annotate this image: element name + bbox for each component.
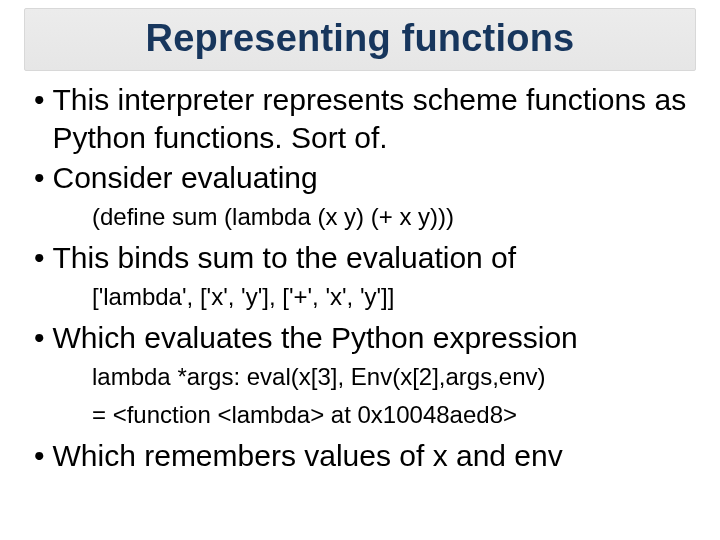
sub-item: lambda *args: eval(x[3], Env(x[2],args,e… [92,361,692,393]
sub-item: ['lambda', ['x', 'y'], ['+', 'x', 'y']] [92,281,692,313]
bullet-item: • Consider evaluating [34,159,692,197]
sub-item: = <function <lambda> at 0x10048aed8> [92,399,692,431]
bullet-icon: • [34,81,45,119]
bullet-text: Which evaluates the Python expression [53,319,578,357]
slide-title: Representing functions [25,17,695,60]
bullet-text: Consider evaluating [53,159,318,197]
slide-body: • This interpreter represents scheme fun… [0,81,720,475]
slide: Representing functions • This interprete… [0,8,720,540]
code-text: ['lambda', ['x', 'y'], ['+', 'x', 'y']] [92,283,394,310]
bullet-item: • This binds sum to the evaluation of [34,239,692,277]
bullet-text: This binds sum to the evaluation of [53,239,517,277]
bullet-icon: • [34,159,45,197]
bullet-icon: • [34,239,45,277]
bullet-item: • Which remembers values of x and env [34,437,692,475]
code-text: (define sum (lambda (x y) (+ x y))) [92,203,454,230]
sub-item: (define sum (lambda (x y) (+ x y))) [92,201,692,233]
bullet-icon: • [34,319,45,357]
code-text: lambda *args: eval(x[3], Env(x[2],args,e… [92,363,546,390]
bullet-item: • This interpreter represents scheme fun… [34,81,692,157]
code-text: = <function <lambda> at 0x10048aed8> [92,401,517,428]
bullet-icon: • [34,437,45,475]
bullet-text: Which remembers values of x and env [53,437,563,475]
title-bar: Representing functions [24,8,696,71]
bullet-item: • Which evaluates the Python expression [34,319,692,357]
bullet-text: This interpreter represents scheme funct… [53,81,692,157]
